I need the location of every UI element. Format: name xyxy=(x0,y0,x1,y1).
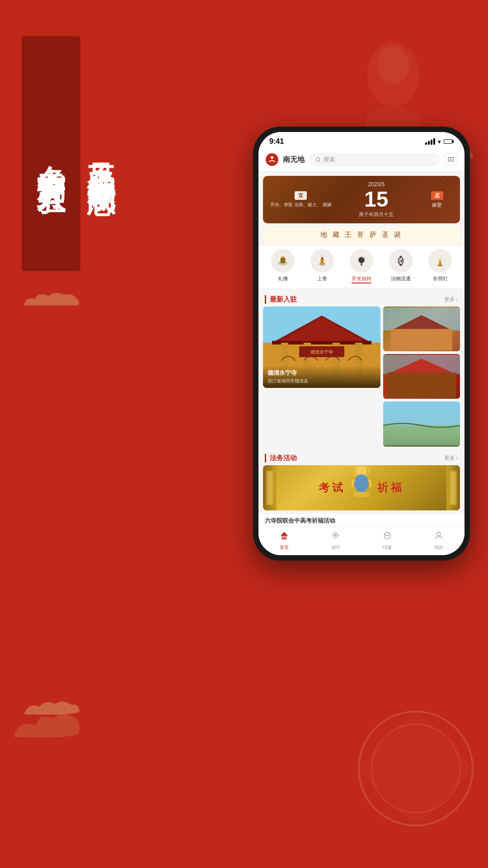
kaiguang-icon-circle xyxy=(350,249,373,273)
app-header: 南无地 搜索 xyxy=(258,149,465,171)
fawu-label: 法物流通 xyxy=(391,275,411,282)
svg-text:德清永宁寺: 德清永宁寺 xyxy=(310,349,333,354)
svg-point-67 xyxy=(335,534,337,536)
category-lifo[interactable]: 礼佛 xyxy=(271,249,295,283)
svg-point-14 xyxy=(316,158,320,161)
svg-rect-52 xyxy=(383,402,460,425)
svg-rect-57 xyxy=(451,472,455,504)
message-button[interactable] xyxy=(445,153,457,166)
svg-point-61 xyxy=(353,492,370,497)
temple-location: 浙江省湖州市德清县 xyxy=(267,378,376,384)
search-icon xyxy=(315,157,321,162)
svg-point-25 xyxy=(361,258,363,260)
svg-point-3 xyxy=(371,724,460,813)
festival-banner: 地 藏 王 菩 萨 圣 诞 xyxy=(263,227,460,243)
lifo-label: 礼佛 xyxy=(278,275,288,282)
svg-rect-19 xyxy=(282,256,284,259)
nav-city[interactable]: 城市 xyxy=(310,531,361,551)
activity-banner-text2: 祈福 xyxy=(377,481,404,495)
activity-more[interactable]: 更多 › xyxy=(444,454,458,462)
svg-point-70 xyxy=(437,532,441,536)
activity-title-header: 法务活动 xyxy=(265,454,297,462)
svg-rect-53 xyxy=(383,425,460,445)
status-icons: ▾ xyxy=(425,138,454,145)
temple-side-img-1[interactable] xyxy=(383,307,460,351)
search-placeholder: 搜索 xyxy=(324,156,335,164)
banner-text-col1: 名寺古刹官方入驻 xyxy=(36,143,66,165)
svg-rect-55 xyxy=(267,472,272,504)
svg-rect-21 xyxy=(320,259,324,264)
jieyuan-label: 结缘 xyxy=(383,544,392,551)
status-bar: 9:41 ▾ xyxy=(258,132,465,149)
yi-badge: 宜 xyxy=(295,191,307,200)
svg-line-15 xyxy=(319,160,320,161)
temple-name: 德清永宁寺 xyxy=(267,369,376,377)
newest-title: 最新入驻 xyxy=(265,295,297,304)
mine-label: 我的 xyxy=(434,544,443,551)
svg-rect-18 xyxy=(280,258,285,263)
app-name: 南无地 xyxy=(283,155,305,165)
svg-rect-22 xyxy=(321,257,323,259)
activity-name: 六寺院联合中高考祈福活动 xyxy=(258,514,465,526)
calendar-center: 2020/5 15 庚子年四月十五 xyxy=(332,181,421,218)
category-shangxiang[interactable]: 上香 xyxy=(310,249,334,283)
shangxiang-label: 上香 xyxy=(317,275,327,282)
banner-text-col2: 足不出户了解寺院动态 xyxy=(86,140,117,167)
activity-banner[interactable]: 考试 xyxy=(263,465,460,510)
shangxiang-icon-circle xyxy=(310,249,334,273)
calendar-ji-section: 忌 嫁娶 xyxy=(421,191,453,208)
calendar-card: 宜 开光、求医 治病、破土、 婚嫁 2020/5 15 庚子年四月十五 忌 嫁娶 xyxy=(263,176,460,223)
mine-icon xyxy=(434,531,444,543)
category-fawu[interactable]: 法物流通 xyxy=(389,249,413,283)
activity-section-header: 法务活动 更多 › xyxy=(258,450,465,465)
svg-rect-11 xyxy=(452,140,454,143)
search-bar[interactable]: 搜索 xyxy=(309,153,440,166)
kaiguang-label: 开光加持 xyxy=(352,275,371,283)
changming-icon-circle xyxy=(428,249,452,273)
newest-more[interactable]: 更多 › xyxy=(444,296,458,303)
temple-side-img-3[interactable] xyxy=(383,401,460,446)
svg-rect-51 xyxy=(387,373,456,398)
signal-icon xyxy=(425,138,435,145)
yi-list: 开光、求医 治病、破土、 婚嫁 xyxy=(270,202,332,208)
svg-point-1 xyxy=(377,46,409,85)
fawu-icon-circle xyxy=(389,249,413,273)
temple-main-card[interactable]: 德清永宁寺 德清永宁寺 浙江省湖州市德清县 xyxy=(263,307,380,388)
svg-point-28 xyxy=(400,256,402,258)
svg-rect-65 xyxy=(285,536,286,538)
temple-side-img-2[interactable] xyxy=(383,354,460,399)
app-logo xyxy=(266,153,278,166)
svg-rect-26 xyxy=(361,263,362,265)
svg-point-29 xyxy=(400,264,402,266)
svg-point-69 xyxy=(387,535,388,537)
city-label: 城市 xyxy=(331,544,340,551)
calendar-yi-section: 宜 开光、求医 治病、破土、 婚嫁 xyxy=(270,191,332,208)
bottom-navigation: 首页 城市 xyxy=(258,527,465,555)
temple-info-overlay: 德清永宁寺 浙江省湖州市德清县 xyxy=(263,365,380,388)
svg-rect-64 xyxy=(282,536,284,538)
activity-banner-text: 考试 xyxy=(319,481,346,495)
nav-jieyuan[interactable]: 结缘 xyxy=(361,531,413,551)
wifi-icon: ▾ xyxy=(438,138,441,145)
home-icon xyxy=(279,531,289,543)
svg-rect-16 xyxy=(448,157,454,161)
svg-rect-12 xyxy=(444,140,452,143)
status-time: 9:41 xyxy=(269,137,284,146)
svg-point-60 xyxy=(354,474,369,492)
svg-point-2 xyxy=(359,712,473,826)
calendar-year-month: 2020/5 xyxy=(332,181,421,188)
phone-mockup: 9:41 ▾ xyxy=(253,127,470,561)
svg-rect-32 xyxy=(438,265,443,266)
svg-point-31 xyxy=(439,259,441,262)
city-icon xyxy=(331,531,341,543)
category-changming[interactable]: 长明灯 xyxy=(428,249,452,283)
ji-badge: 忌 xyxy=(431,191,443,200)
changming-label: 长明灯 xyxy=(433,275,448,282)
nav-mine[interactable]: 我的 xyxy=(413,531,465,551)
nav-home[interactable]: 首页 xyxy=(258,531,310,551)
svg-rect-48 xyxy=(391,329,452,351)
temple-section: 德清永宁寺 德清永宁寺 浙江省湖州市德清县 xyxy=(258,307,465,450)
category-kaiguang[interactable]: 开光加持 xyxy=(350,249,373,283)
calendar-day: 15 xyxy=(332,189,421,210)
battery-icon xyxy=(444,139,454,144)
